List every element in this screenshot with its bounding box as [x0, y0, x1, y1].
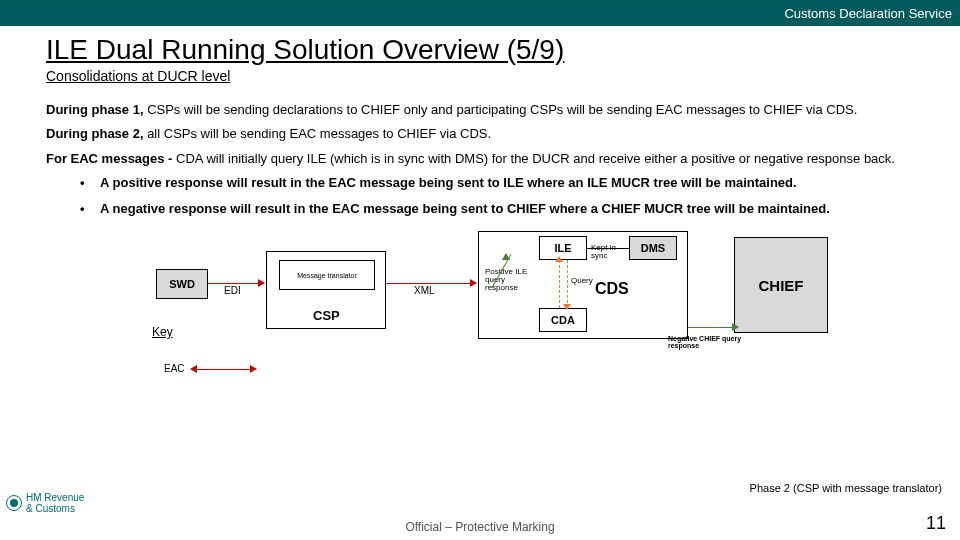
box-msg-translator: Message translator [279, 260, 375, 290]
phase-note: Phase 2 (CSP with message translator) [750, 482, 942, 494]
logo-text: HM Revenue & Customs [26, 492, 84, 514]
dash-query-up [559, 260, 560, 308]
flow-diagram: SWD EDI Message translator CSP XML ILE D… [46, 231, 950, 391]
box-ile: ILE [539, 236, 587, 260]
top-bar: Customs Declaration Service [0, 0, 960, 26]
crest-icon [6, 495, 22, 511]
key-arrowhead-l [190, 365, 197, 373]
arrowhead-query-down [563, 304, 571, 310]
p1-rest: CSPs will be sending declarations to CHI… [144, 102, 858, 117]
arrow-csp-xml [386, 283, 470, 284]
p3-prefix: For EAC messages - [46, 151, 172, 166]
protective-marking: Official – Protective Marking [0, 520, 960, 534]
para-phase1: During phase 1, CSPs will be sending dec… [46, 102, 950, 118]
label-query: Query [571, 276, 593, 285]
logo-line1: HM Revenue [26, 492, 84, 503]
hmrc-logo: HM Revenue & Customs [6, 492, 96, 514]
p2-prefix: During phase 2, [46, 126, 144, 141]
logo-line2: & Customs [26, 503, 75, 514]
box-chief: CHIEF [734, 237, 828, 333]
arrow-green-neg [688, 327, 732, 328]
bullet-list: A positive response will result in the E… [80, 175, 950, 218]
p2-rest: all CSPs will be sending EAC messages to… [144, 126, 492, 141]
body-text: During phase 1, CSPs will be sending dec… [46, 102, 950, 217]
key-arrowhead-r [250, 365, 257, 373]
page-subtitle: Consolidations at DUCR level [46, 68, 950, 84]
label-neg-resp: Negative CHIEF query response [668, 335, 746, 349]
para-phase2: During phase 2, all CSPs will be sending… [46, 126, 950, 142]
label-xml: XML [414, 285, 435, 296]
p3-rest: CDA will initially query ILE (which is i… [172, 151, 895, 166]
box-csp: Message translator CSP [266, 251, 386, 329]
bullet-negative: A negative response will result in the E… [80, 201, 950, 217]
label-kept-in-sync: Kept in sync [591, 244, 627, 260]
box-cds: ILE DMS Kept in sync CDS CDA Query Posit… [478, 231, 688, 339]
arrowhead-swd-edi [258, 279, 265, 287]
box-swd: SWD [156, 269, 208, 299]
box-dms: DMS [629, 236, 677, 260]
label-eac: EAC [164, 363, 185, 374]
label-pos-resp: Positive ILE query response [485, 268, 537, 292]
box-cda: CDA [539, 308, 587, 332]
service-name: Customs Declaration Service [784, 6, 952, 21]
page-number: 11 [926, 513, 946, 534]
arrow-swd-edi [208, 283, 258, 284]
label-csp: CSP [313, 308, 340, 323]
page-title: ILE Dual Running Solution Overview (5/9) [46, 34, 950, 66]
label-edi: EDI [224, 285, 241, 296]
label-key: Key [152, 325, 173, 339]
key-arrow-line [196, 369, 250, 370]
label-cds: CDS [595, 280, 629, 298]
arrowhead-csp-xml [470, 279, 477, 287]
p1-prefix: During phase 1, [46, 102, 144, 117]
arrowhead-green-neg [732, 323, 739, 331]
para-eac: For EAC messages - CDA will initially qu… [46, 151, 950, 167]
arrowhead-green-pos [502, 253, 510, 260]
dash-query-down [567, 260, 568, 308]
bullet-positive: A positive response will result in the E… [80, 175, 950, 191]
page-content: ILE Dual Running Solution Overview (5/9)… [0, 26, 960, 391]
arrowhead-query-up [555, 256, 563, 262]
line-sync [587, 248, 629, 249]
